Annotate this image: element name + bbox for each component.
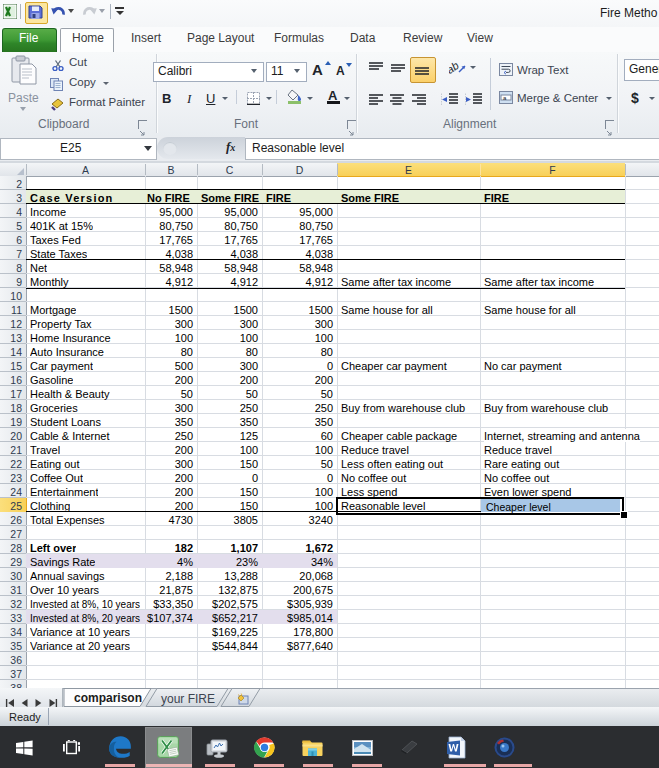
svg-text:ab: ab (449, 60, 461, 76)
